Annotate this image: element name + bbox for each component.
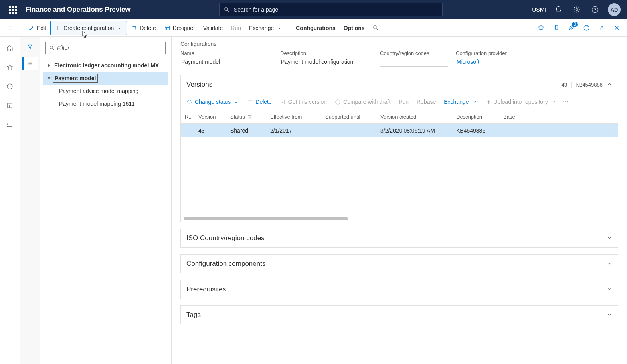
toolbar-search-button[interactable]: [369, 21, 383, 35]
nav-recent[interactable]: [2, 78, 18, 94]
tree-item-electronic-ledger[interactable]: Electronic ledger accounting model MX: [43, 59, 168, 72]
tree-item-payment-advice-mapping[interactable]: Payment advice model mapping: [43, 85, 168, 97]
name-field[interactable]: Payment model: [180, 57, 272, 67]
name-field-label: Name: [180, 50, 272, 56]
grid-row[interactable]: 43 Shared 2/1/2017 3/2/2020 08:06:19 AM …: [181, 124, 618, 137]
more-button[interactable]: ⋯: [561, 95, 570, 108]
cell-status: Shared: [226, 124, 266, 137]
configurations-tab[interactable]: Configurations: [292, 21, 340, 35]
delete-label: Delete: [140, 25, 156, 31]
chevron-down-icon[interactable]: [607, 312, 612, 318]
global-search-input[interactable]: Search for a page: [219, 3, 443, 16]
exchange-button[interactable]: Exchange: [245, 21, 287, 35]
refresh-button[interactable]: [579, 21, 593, 35]
designer-icon: [164, 25, 170, 31]
close-button[interactable]: [609, 21, 624, 35]
download-icon: [280, 99, 286, 105]
cell-effective: 2/1/2017: [266, 124, 321, 137]
designer-button[interactable]: Designer: [160, 21, 199, 35]
version-delete-label: Delete: [255, 99, 271, 105]
version-exchange-button[interactable]: Exchange: [441, 95, 480, 108]
col-version[interactable]: Version: [194, 110, 226, 123]
edit-button[interactable]: Edit: [24, 21, 50, 35]
versions-meta-version: 43: [558, 82, 572, 88]
filter-icon[interactable]: [247, 115, 252, 119]
popout-button[interactable]: [594, 21, 609, 35]
col-effective[interactable]: Effective from: [266, 110, 321, 123]
help-button[interactable]: [586, 0, 604, 19]
col-base[interactable]: Base: [499, 110, 618, 123]
col-description[interactable]: Description: [452, 110, 499, 123]
create-configuration-button[interactable]: Create configuration: [50, 21, 127, 35]
svg-rect-36: [281, 100, 285, 104]
options-label: Options: [344, 25, 365, 31]
chevron-down-icon[interactable]: [607, 286, 612, 293]
open-in-new-button[interactable]: [549, 21, 563, 35]
version-run-button: Run: [395, 95, 412, 108]
chevron-down-icon[interactable]: [607, 235, 612, 242]
user-avatar[interactable]: AD: [608, 3, 621, 16]
tree-label: Payment model mapping 1611: [57, 100, 136, 108]
col-r[interactable]: R...: [181, 110, 194, 123]
tree-item-payment-model[interactable]: Payment model: [43, 72, 168, 85]
chevron-down-icon: [550, 99, 556, 105]
svg-point-4: [595, 11, 595, 12]
settings-button[interactable]: [568, 0, 585, 19]
run-label: Run: [231, 25, 241, 31]
validate-label: Validate: [203, 25, 223, 31]
svg-point-26: [7, 123, 7, 123]
filter-panel-button[interactable]: [22, 40, 38, 53]
delete-button[interactable]: Delete: [127, 21, 160, 35]
horizontal-scrollbar[interactable]: [184, 217, 615, 221]
col-created[interactable]: Version created: [376, 110, 452, 123]
nav-home[interactable]: [2, 40, 18, 56]
list-panel-button[interactable]: [22, 57, 38, 70]
app-title: Finance and Operations Preview: [26, 6, 131, 14]
components-section-header[interactable]: Configuration components: [181, 255, 618, 273]
nav-hamburger[interactable]: [0, 19, 20, 37]
change-status-label: Change status: [195, 99, 231, 105]
chevron-down-icon: [116, 25, 123, 31]
app-launcher-icon[interactable]: [3, 0, 22, 19]
notifications-button[interactable]: [550, 0, 567, 19]
svg-point-2: [576, 9, 578, 11]
svg-marker-35: [47, 77, 51, 79]
validate-button[interactable]: Validate: [199, 21, 227, 35]
svg-point-13: [374, 26, 377, 29]
rebase-button: Rebase: [413, 95, 439, 108]
prerequisites-section-header[interactable]: Prerequisites: [181, 280, 618, 299]
cycle-icon: [186, 99, 192, 105]
cell-description: KB4549886: [452, 124, 499, 137]
tree-item-payment-model-mapping-1611[interactable]: Payment model mapping 1611: [43, 97, 168, 110]
col-status[interactable]: Status: [226, 110, 266, 123]
chevron-up-icon[interactable]: [607, 81, 612, 88]
version-exchange-label: Exchange: [444, 99, 469, 105]
attachments-button[interactable]: 0: [564, 21, 578, 35]
versions-section-header[interactable]: Versions 43 KB4549886: [181, 75, 618, 94]
nav-favorites[interactable]: [2, 59, 18, 75]
options-tab[interactable]: Options: [340, 21, 369, 35]
tags-section-title: Tags: [186, 311, 607, 319]
tree-filter-input[interactable]: Filter: [45, 42, 166, 54]
col-supported[interactable]: Supported until: [321, 110, 376, 123]
version-delete-button[interactable]: Delete: [244, 95, 275, 108]
svg-rect-10: [165, 26, 169, 30]
pin-button[interactable]: [534, 21, 548, 35]
caret-down-icon[interactable]: [45, 76, 53, 80]
provider-field[interactable]: Microsoft: [456, 57, 548, 67]
region-field[interactable]: [380, 57, 448, 67]
nav-workspaces[interactable]: [2, 97, 18, 113]
versions-meta-kb: KB4549886: [572, 82, 607, 88]
description-field[interactable]: Payment model configuration: [280, 57, 372, 67]
company-selector[interactable]: USMF: [531, 0, 549, 19]
tags-section-header[interactable]: Tags: [181, 306, 618, 324]
chevron-down-icon[interactable]: [607, 261, 612, 267]
nav-modules[interactable]: [2, 117, 18, 133]
caret-right-icon[interactable]: [45, 63, 53, 67]
tree-label: Electronic ledger accounting model MX: [53, 61, 160, 69]
change-status-button[interactable]: Change status: [183, 95, 242, 108]
svg-line-14: [377, 29, 378, 30]
iso-section-header[interactable]: ISO Country/region codes: [181, 229, 618, 247]
components-section-title: Configuration components: [186, 260, 607, 268]
svg-rect-20: [8, 103, 12, 107]
